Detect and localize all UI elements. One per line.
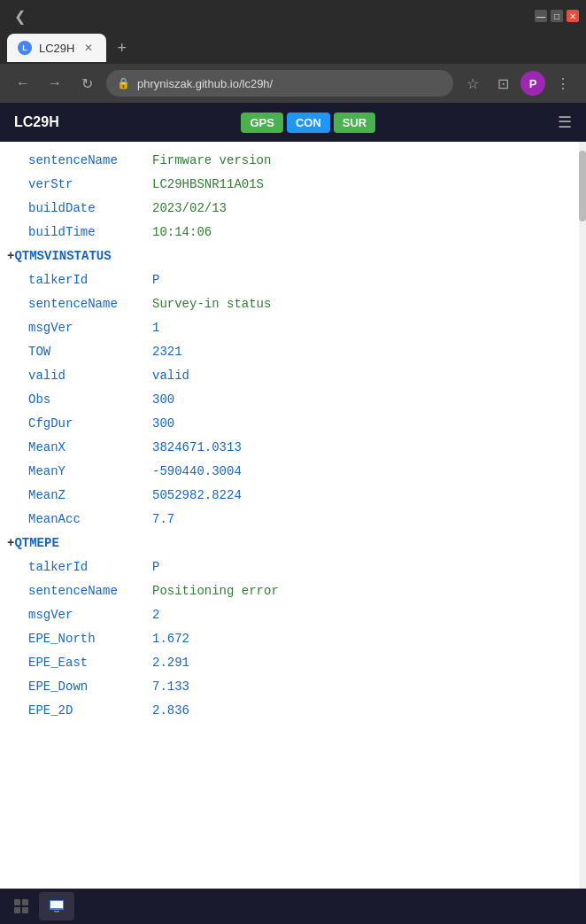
tab-lc29h[interactable]: L LC29H ✕ xyxy=(7,34,106,62)
forward-btn[interactable]: → xyxy=(42,71,67,96)
row-sentenceName-pos: sentenceName Positioning error xyxy=(0,579,586,603)
row-msgVer-2: msgVer 2 xyxy=(0,603,586,627)
key-meany: MeanY xyxy=(28,462,152,481)
section-toggle-qtmsvinstatus: + xyxy=(7,247,14,266)
browser-controls: ← → ↻ 🔒 phryniszak.github.io/lc29h/ ☆ ⊡ … xyxy=(0,64,586,103)
key-sentenceName-survey: sentenceName xyxy=(28,295,152,314)
taskbar-system-icon[interactable] xyxy=(7,892,35,920)
pill-gps-btn[interactable]: GPS xyxy=(241,113,282,133)
scrollbar-thumb[interactable] xyxy=(579,151,586,221)
title-bar: ❮ — □ ✕ xyxy=(0,0,586,32)
tab-label: LC29H xyxy=(39,42,74,55)
row-epe-north: EPE_North 1.672 xyxy=(0,627,586,651)
toolbar-right: ☆ ⊡ P ⋮ xyxy=(460,71,575,96)
value-talkerId-2: P xyxy=(152,558,159,577)
window-nav-btn[interactable]: ❮ xyxy=(7,4,32,28)
section-name-qtmepe: QTMEPE xyxy=(14,534,58,553)
key-talkerId-2: talkerId xyxy=(28,558,152,577)
row-obs: Obs 300 xyxy=(0,388,586,412)
value-sentenceName-firmware: Firmware version xyxy=(152,151,271,170)
value-tow: 2321 xyxy=(152,343,182,361)
key-buildDate: buildDate xyxy=(28,199,152,218)
key-talkerId-1: talkerId xyxy=(28,271,152,290)
row-meanacc: MeanAcc 7.7 xyxy=(0,508,586,532)
app-header: LC29H GPS CON SUR ☰ xyxy=(0,103,586,142)
pill-sur-btn[interactable]: SUR xyxy=(334,113,375,133)
main-content[interactable]: sentenceName Firmware version verStr LC2… xyxy=(0,142,586,924)
taskbar xyxy=(0,889,586,924)
key-sentenceName-firmware: sentenceName xyxy=(28,151,152,170)
value-meanacc: 7.7 xyxy=(152,510,174,529)
window-maximize-btn[interactable]: □ xyxy=(551,10,563,22)
value-talkerId-1: P xyxy=(152,271,159,290)
value-meany: -590440.3004 xyxy=(152,462,242,481)
menu-btn[interactable]: ⋮ xyxy=(551,71,575,96)
value-msgVer-1: 1 xyxy=(152,319,159,338)
row-sentenceName-firmware: sentenceName Firmware version xyxy=(0,149,586,173)
tab-bar: L LC29H ✕ + xyxy=(0,32,586,64)
row-meany: MeanY -590440.3004 xyxy=(0,460,586,484)
value-valid: valid xyxy=(152,367,189,385)
key-verStr: verStr xyxy=(28,175,152,194)
key-epe-north: EPE_North xyxy=(28,630,152,648)
row-tow: TOW 2321 xyxy=(0,340,586,364)
row-meanx: MeanX 3824671.0313 xyxy=(0,436,586,460)
section-qtmepe[interactable]: + QTMEPE xyxy=(0,532,586,555)
value-msgVer-2: 2 xyxy=(152,606,159,625)
row-talkerId-2: talkerId P xyxy=(0,555,586,579)
tab-favicon: L xyxy=(18,41,32,55)
svg-rect-5 xyxy=(50,901,63,908)
value-epe-east: 2.291 xyxy=(152,654,189,672)
value-epe-north: 1.672 xyxy=(152,630,189,648)
svg-rect-0 xyxy=(14,899,20,905)
row-epe-east: EPE_East 2.291 xyxy=(0,651,586,675)
reload-btn[interactable]: ↻ xyxy=(74,71,99,96)
row-buildTime: buildTime 10:14:06 xyxy=(0,221,586,245)
address-bar[interactable]: 🔒 phryniszak.github.io/lc29h/ xyxy=(106,70,453,97)
value-meanz: 5052982.8224 xyxy=(152,486,242,505)
pill-con-btn[interactable]: CON xyxy=(287,113,330,133)
window-minimize-btn[interactable]: — xyxy=(535,10,547,22)
section-qtmsvinstatus[interactable]: + QTMSVINSTATUS xyxy=(0,245,586,268)
row-cfgdur: CfgDur 300 xyxy=(0,412,586,436)
key-cfgdur: CfgDur xyxy=(28,415,152,433)
key-epe-2d: EPE_2D xyxy=(28,702,152,720)
taskbar-system xyxy=(7,892,35,920)
new-tab-btn[interactable]: + xyxy=(110,35,134,61)
key-buildTime: buildTime xyxy=(28,223,152,242)
url-text: phryniszak.github.io/lc29h/ xyxy=(137,77,273,90)
svg-rect-1 xyxy=(22,899,28,905)
row-msgVer-1: msgVer 1 xyxy=(0,316,586,340)
tab-close-btn[interactable]: ✕ xyxy=(81,41,96,55)
scrollbar[interactable] xyxy=(579,142,586,924)
row-epe-down: EPE_Down 7.133 xyxy=(0,675,586,699)
value-buildDate: 2023/02/13 xyxy=(152,199,227,218)
row-talkerId-1: talkerId P xyxy=(0,268,586,292)
row-verStr: verStr LC29HBSNR11A01S xyxy=(0,173,586,197)
section-name-qtmsvinstatus: QTMSVINSTATUS xyxy=(14,247,111,266)
value-epe-2d: 2.836 xyxy=(152,702,189,720)
key-meanz: MeanZ xyxy=(28,486,152,505)
key-msgVer-2: msgVer xyxy=(28,606,152,625)
nav-pills: GPS CON SUR xyxy=(241,113,375,133)
value-sentenceName-pos: Positioning error xyxy=(152,582,279,601)
row-valid: valid valid xyxy=(0,364,586,388)
row-epe-2d: EPE_2D 2.836 xyxy=(0,699,586,723)
star-btn[interactable]: ☆ xyxy=(460,71,485,96)
key-sentenceName-pos: sentenceName xyxy=(28,582,152,601)
row-sentenceName-survey: sentenceName Survey-in status xyxy=(0,292,586,316)
app-title: LC29H xyxy=(14,114,59,130)
back-btn[interactable]: ← xyxy=(11,71,35,96)
profile-btn[interactable]: P xyxy=(520,71,545,96)
key-msgVer-1: msgVer xyxy=(28,319,152,338)
svg-rect-6 xyxy=(54,911,59,912)
svg-rect-3 xyxy=(22,907,28,913)
taskbar-app-browser[interactable] xyxy=(39,892,74,920)
window-close-btn[interactable]: ✕ xyxy=(567,10,579,22)
key-valid: valid xyxy=(28,367,152,385)
app-menu-btn[interactable]: ☰ xyxy=(558,113,572,132)
key-meanx: MeanX xyxy=(28,439,152,457)
section-toggle-qtmepe: + xyxy=(7,534,14,553)
key-obs: Obs xyxy=(28,391,152,409)
cast-btn[interactable]: ⊡ xyxy=(490,71,515,96)
